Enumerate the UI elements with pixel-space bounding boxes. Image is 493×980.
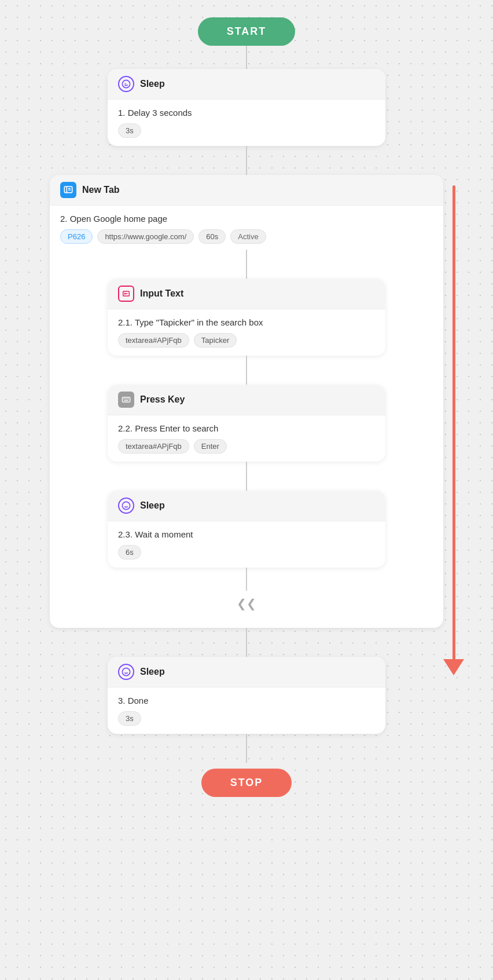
newtab-header: New Tab (50, 175, 443, 206)
sleep2-title: Sleep (140, 500, 165, 511)
sleep1-tag-0: 3s (118, 123, 141, 138)
sleep3-tag-0: 3s (118, 711, 141, 726)
presskey-header: Press Key (108, 385, 385, 415)
inputtext-header: Input Text (108, 279, 385, 309)
presskey-tag-0: textarea#APjFqb (118, 439, 189, 454)
newtab-icon (60, 182, 76, 198)
newtab-title: New Tab (82, 185, 120, 195)
svg-point-16 (122, 668, 130, 675)
sleep3-title: Sleep (140, 667, 165, 677)
sleep1-description: 1. Delay 3 seconds (118, 108, 375, 118)
connector-input-presskey (246, 356, 247, 385)
sleep1-node: Sleep 1. Delay 3 seconds 3s (108, 69, 385, 146)
sleep2-header: Sleep (108, 491, 385, 521)
presskey-node: Press Key 2.2. Press Enter to search tex… (108, 385, 385, 462)
sleep3-description: 3. Done (118, 696, 375, 705)
sleep3-tags: 3s (118, 711, 375, 726)
sleep2-icon (118, 498, 134, 514)
presskey-tag-1: Enter (194, 439, 227, 454)
inputtext-tag-1: Tapicker (194, 333, 237, 348)
sleep2-body: 2.3. Wait a moment 6s (108, 521, 385, 568)
newtab-tag-0: P626 (60, 229, 93, 244)
newtab-tag-2: 60s (198, 229, 226, 244)
newtab-tag-1: https://www.google.com/ (97, 229, 194, 244)
newtab-body: 2. Open Google home page P626 https://ww… (50, 206, 443, 628)
connector-newtab-input (246, 250, 247, 279)
connector-sleep2-collapse (246, 568, 247, 591)
connector-presskey-sleep2 (246, 462, 247, 491)
sleep1-body: 1. Delay 3 seconds 3s (108, 100, 385, 146)
inputtext-icon (118, 286, 134, 302)
inputtext-title: Input Text (140, 288, 183, 299)
inputtext-tag-0: textarea#APjFqb (118, 333, 189, 348)
sleep1-icon (118, 76, 134, 92)
sleep2-tag-0: 6s (118, 545, 141, 560)
flow-container: START Sleep 1. Delay 3 seconds 3s (0, 0, 493, 832)
inputtext-body: 2.1. Type "Tapicker" in the search box t… (108, 309, 385, 356)
sleep2-tags: 6s (118, 545, 375, 560)
inputtext-tags: textarea#APjFqb Tapicker (118, 333, 375, 348)
newtab-inner-section: Input Text 2.1. Type "Tapicker" in the s… (60, 244, 433, 628)
sleep3-header: Sleep (108, 657, 385, 688)
collapse-indicator[interactable]: ❮❮ (231, 591, 262, 616)
inputtext-description: 2.1. Type "Tapicker" in the search box (118, 317, 375, 327)
sleep3-body: 3. Done 3s (108, 688, 385, 734)
svg-point-13 (122, 502, 130, 509)
sleep1-tags: 3s (118, 123, 375, 138)
connector-sleep3-stop (246, 734, 247, 763)
sleep1-title: Sleep (140, 79, 165, 89)
newtab-tags: P626 https://www.google.com/ 60s Active (60, 229, 433, 244)
sleep2-node: Sleep 2.3. Wait a moment 6s (108, 491, 385, 568)
presskey-icon (118, 392, 134, 408)
sleep2-description: 2.3. Wait a moment (118, 529, 375, 539)
connector-start-sleep1 (246, 46, 247, 69)
sleep1-header: Sleep (108, 69, 385, 100)
presskey-title: Press Key (140, 394, 185, 405)
svg-point-0 (122, 80, 130, 87)
presskey-description: 2.2. Press Enter to search (118, 423, 375, 433)
inputtext-node: Input Text 2.1. Type "Tapicker" in the s… (108, 279, 385, 356)
svg-rect-7 (122, 397, 130, 402)
stop-button[interactable]: STOP (201, 769, 292, 797)
presskey-tags: textarea#APjFqb Enter (118, 439, 375, 454)
presskey-body: 2.2. Press Enter to search textarea#APjF… (108, 415, 385, 462)
connector-sleep1-newtab (246, 146, 247, 175)
newtab-node: New Tab 2. Open Google home page P626 ht… (50, 175, 443, 628)
connector-newtab-sleep3 (246, 628, 247, 657)
start-button[interactable]: START (198, 17, 296, 46)
newtab-description: 2. Open Google home page (60, 214, 433, 224)
sleep3-icon (118, 664, 134, 680)
sleep3-node: Sleep 3. Done 3s (108, 657, 385, 734)
newtab-tag-3: Active (230, 229, 266, 244)
